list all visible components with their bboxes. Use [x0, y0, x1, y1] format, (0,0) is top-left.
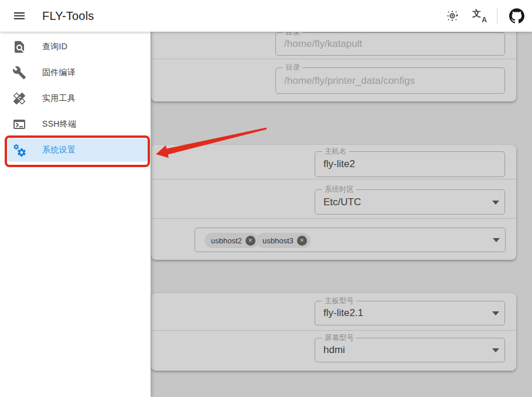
- sidebar-item-firmware-build[interactable]: 固件编译: [0, 60, 151, 86]
- sidebar-item-system-settings[interactable]: 系统设置: [8, 138, 148, 162]
- hostname-field[interactable]: 主机名 fly-lite2: [315, 151, 505, 177]
- hardware-settings-card: 主板型号 fly-lite2.1 屏幕型号 hdmi: [151, 293, 516, 371]
- top-app-bar: FLY-Tools 文 A: [0, 0, 532, 32]
- wrench-icon: [12, 66, 26, 80]
- sidebar-item-label: 固件编译: [42, 67, 76, 78]
- board-model-select[interactable]: 主板型号 fly-lite2.1: [315, 301, 505, 325]
- chip-label: usbhost3: [262, 236, 294, 245]
- chip-close-icon[interactable]: ✕: [297, 236, 307, 246]
- configs-directory-field[interactable]: 目录 /home/fly/printer_data/configs: [275, 67, 505, 94]
- usb-host-chip[interactable]: usbhost3 ✕: [256, 233, 311, 248]
- cogs-icon: [12, 143, 26, 157]
- sidebar-item-label: 查询ID: [42, 42, 67, 52]
- sidebar-item-label: 实用工具: [42, 93, 76, 104]
- katapult-directory-field[interactable]: 目录 /home/fly/katapult: [275, 32, 505, 56]
- row-divider: [151, 59, 516, 59]
- terminal-icon: [12, 117, 26, 131]
- healing-icon: [12, 91, 26, 106]
- sidebar-item-utilities[interactable]: 实用工具: [0, 86, 151, 111]
- field-label: 目录: [283, 63, 302, 73]
- row-divider: [151, 179, 516, 179]
- row-divider: [151, 330, 516, 331]
- system-settings-card: 主机名 fly-lite2 系统时区 Etc/UTC usbhost2 ✕ us…: [151, 145, 516, 260]
- translate-zh-glyph: 文: [472, 8, 481, 19]
- sidebar-item-label: 系统设置: [42, 145, 76, 155]
- translate-icon[interactable]: 文 A: [472, 9, 486, 23]
- chevron-down-icon[interactable]: [493, 238, 500, 242]
- field-value: Etc/UTC: [323, 196, 361, 208]
- sidebar-item-query-id[interactable]: 查询ID: [0, 34, 151, 60]
- row-divider: [151, 218, 516, 219]
- timezone-select[interactable]: 系统时区 Etc/UTC: [315, 189, 505, 215]
- sidebar: 查询ID 固件编译 实用工具 SSH终端 系统设置: [0, 32, 151, 397]
- field-value: fly-lite2: [323, 158, 355, 170]
- chip-close-icon[interactable]: ✕: [245, 236, 255, 246]
- usb-host-chip[interactable]: usbhost2 ✕: [204, 233, 259, 248]
- github-icon[interactable]: [509, 8, 524, 23]
- field-label: 屏幕型号: [322, 333, 356, 343]
- chip-label: usbhost2: [211, 236, 242, 245]
- screen-model-select[interactable]: 屏幕型号 hdmi: [315, 338, 505, 362]
- chevron-down-icon[interactable]: [492, 311, 499, 315]
- usb-hosts-select[interactable]: usbhost2 ✕ usbhost3 ✕: [195, 228, 506, 252]
- find-in-page-icon: [12, 40, 26, 54]
- sidebar-item-ssh-terminal[interactable]: SSH终端: [0, 111, 151, 137]
- chevron-down-icon[interactable]: [492, 201, 499, 205]
- toolbar-divider: [497, 8, 497, 23]
- chevron-down-icon[interactable]: [492, 348, 499, 352]
- page-title: FLY-Tools: [42, 0, 94, 32]
- field-value: /home/fly/katapult: [284, 38, 362, 50]
- menu-icon[interactable]: [12, 9, 26, 23]
- sidebar-item-label: SSH终端: [42, 119, 76, 130]
- main-content: 目录 /home/fly/katapult 目录 /home/fly/print…: [151, 32, 532, 397]
- brightness-icon[interactable]: [445, 9, 459, 23]
- field-value: fly-lite2.1: [323, 307, 363, 319]
- field-value: /home/fly/printer_data/configs: [284, 75, 415, 87]
- field-label: 系统时区: [322, 185, 356, 195]
- field-label: 主机名: [322, 147, 349, 157]
- app-window: 目录 /home/fly/katapult 目录 /home/fly/print…: [0, 0, 532, 397]
- field-value: hdmi: [323, 344, 345, 356]
- translate-en-glyph: A: [482, 16, 487, 24]
- field-label: 主板型号: [322, 296, 356, 306]
